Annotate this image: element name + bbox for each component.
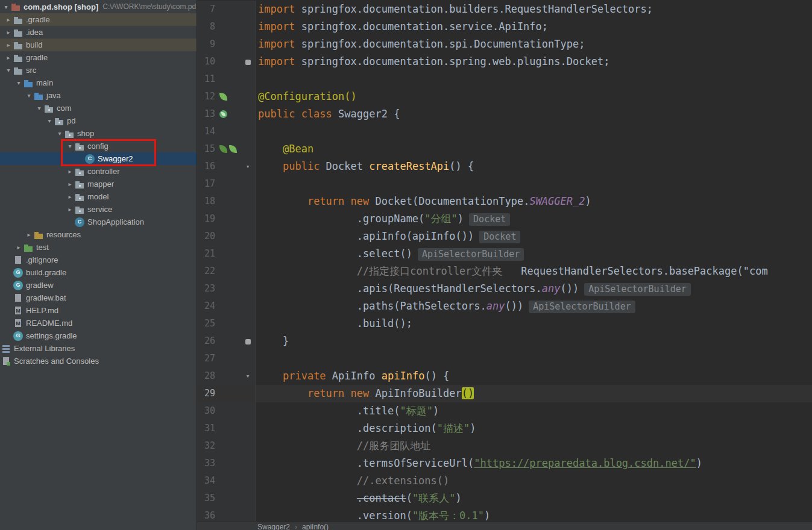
tree-item-build-gradle[interactable]: Gbuild.gradle	[0, 266, 197, 279]
code-text[interactable]: .paths(PathSelectors.any())ApiSelectorBu…	[256, 298, 812, 315]
gutter[interactable]: 18	[197, 193, 256, 210]
tree-item-scratches-and-consoles[interactable]: Scratches and Consoles	[0, 355, 197, 367]
gutter[interactable]: 21	[197, 245, 256, 263]
gutter[interactable]: 28▾	[197, 367, 256, 385]
line-number[interactable]: 9	[197, 36, 215, 53]
gutter[interactable]: 29	[197, 385, 256, 402]
spring-leaf-icon[interactable]	[229, 145, 237, 153]
tree-item-swagger2[interactable]: CSwagger2	[0, 152, 197, 165]
chevron-collapsed-icon[interactable]: ▸	[4, 42, 13, 48]
gutter[interactable]: 13	[197, 105, 256, 123]
gutter[interactable]: 30	[197, 402, 256, 420]
tree-item-settings-gradle[interactable]: Gsettings.gradle	[0, 329, 197, 342]
line-number[interactable]: 20	[197, 228, 215, 245]
fold-down-icon[interactable]: ▾	[242, 367, 254, 385]
tree-item-shop[interactable]: ▾shop	[0, 127, 197, 140]
spring-leaf-dark-icon[interactable]	[219, 145, 227, 153]
tree-item-readme-md[interactable]: MREADME.md	[0, 317, 197, 329]
gutter[interactable]: 25	[197, 315, 256, 332]
chevron-expanded-icon[interactable]: ▾	[4, 67, 13, 73]
tree-item-mapper[interactable]: ▸mapper	[0, 178, 197, 190]
chevron-expanded-icon[interactable]: ▾	[24, 92, 34, 99]
line-number[interactable]: 29	[197, 385, 215, 402]
tree-item-service[interactable]: ▸service	[0, 203, 197, 216]
code-text[interactable]: .description("描述")	[256, 420, 812, 437]
gutter[interactable]: 33	[197, 455, 256, 472]
code-line-14[interactable]: 14	[197, 123, 812, 140]
code-text[interactable]: private ApiInfo apiInfo() {	[256, 367, 812, 385]
tree-item-gradle[interactable]: ▸gradle	[0, 51, 197, 64]
code-line-34[interactable]: 34 //.extensions()	[197, 472, 812, 490]
gutter[interactable]: 12	[197, 88, 256, 105]
chevron-collapsed-icon[interactable]: ▸	[65, 181, 75, 187]
chevron-expanded-icon[interactable]: ▾	[65, 143, 75, 149]
line-number[interactable]: 22	[197, 263, 215, 280]
code-line-7[interactable]: 7import springfox.documentation.builders…	[197, 1, 812, 18]
code-text[interactable]	[256, 123, 812, 140]
code-line-10[interactable]: 10import springfox.documentation.spring.…	[197, 53, 812, 70]
tree-item-build[interactable]: ▸build	[0, 39, 197, 51]
gutter[interactable]: 19	[197, 210, 256, 228]
chevron-collapsed-icon[interactable]: ▸	[65, 193, 75, 200]
tree-item-main[interactable]: ▾main	[0, 76, 197, 89]
tree-item-gradlew[interactable]: Ggradlew	[0, 279, 197, 292]
line-number[interactable]: 24	[197, 298, 215, 315]
fold-region-icon[interactable]	[245, 339, 251, 344]
chevron-expanded-icon[interactable]: ▾	[1, 4, 11, 10]
breadcrumb-item-class[interactable]: Swagger2	[257, 522, 290, 530]
gutter[interactable]: 31	[197, 420, 256, 437]
code-line-25[interactable]: 25 .build();	[197, 315, 812, 332]
code-text[interactable]: }	[256, 332, 812, 350]
chevron-collapsed-icon[interactable]: ▸	[65, 168, 75, 175]
chevron-collapsed-icon[interactable]: ▸	[4, 29, 13, 36]
tree-item-gradle[interactable]: ▸.gradle	[0, 13, 197, 26]
code-text[interactable]: @Configuration()	[256, 88, 812, 105]
chevron-expanded-icon[interactable]: ▾	[55, 130, 65, 137]
line-number[interactable]: 14	[197, 123, 215, 140]
code-text[interactable]: .build();	[256, 315, 812, 332]
line-number[interactable]: 25	[197, 315, 215, 332]
line-number[interactable]: 17	[197, 175, 215, 193]
code-text[interactable]: .select()ApiSelectorBuilder	[256, 245, 812, 263]
code-line-35[interactable]: 35 .contact("联系人")	[197, 490, 812, 507]
chevron-collapsed-icon[interactable]: ▸	[65, 206, 75, 213]
spring-leaf-icon[interactable]	[219, 93, 227, 101]
gutter[interactable]: 26	[197, 332, 256, 350]
code-text[interactable]: import springfox.documentation.spring.we…	[256, 53, 812, 70]
line-number[interactable]: 18	[197, 193, 215, 210]
code-text[interactable]	[256, 70, 812, 88]
gutter[interactable]: 11	[197, 70, 256, 88]
code-line-12[interactable]: 12@Configuration()	[197, 88, 812, 105]
code-line-32[interactable]: 32 //服务团队地址	[197, 437, 812, 455]
code-text[interactable]: @Bean	[256, 140, 812, 158]
code-text[interactable]: return new ApiInfoBuilder()	[256, 385, 812, 402]
code-text[interactable]: public class Swagger2 {	[256, 105, 812, 123]
line-number[interactable]: 13	[197, 105, 215, 123]
code-text[interactable]: import springfox.documentation.spi.Docum…	[256, 36, 812, 53]
line-number[interactable]: 34	[197, 472, 215, 490]
code-line-31[interactable]: 31 .description("描述")	[197, 420, 812, 437]
code-text[interactable]: //指定接口controller文件夹 RequestHandlerSelect…	[256, 263, 812, 280]
code-text[interactable]: public Docket createRestApi() {	[256, 158, 812, 175]
gutter[interactable]: 24	[197, 298, 256, 315]
code-line-24[interactable]: 24 .paths(PathSelectors.any())ApiSelecto…	[197, 298, 812, 315]
code-line-29[interactable]: 29 return new ApiInfoBuilder()	[197, 385, 812, 402]
code-line-21[interactable]: 21 .select()ApiSelectorBuilder	[197, 245, 812, 263]
code-text[interactable]: .groupName("分组")Docket	[256, 210, 812, 228]
code-area[interactable]: 7import springfox.documentation.builders…	[197, 0, 812, 525]
editor-pane[interactable]: 7import springfox.documentation.builders…	[197, 0, 812, 530]
gutter[interactable]: 10	[197, 53, 256, 70]
code-line-18[interactable]: 18 return new Docket(DocumentationType.S…	[197, 193, 812, 210]
code-text[interactable]: .apis(RequestHandlerSelectors.any())ApiS…	[256, 280, 812, 298]
line-number[interactable]: 12	[197, 88, 215, 105]
code-text[interactable]: .termsOfServiceUrl("https://preparedata.…	[256, 455, 812, 472]
code-text[interactable]: .apiInfo(apiInfo())Docket	[256, 228, 812, 245]
tree-item-controller[interactable]: ▸controller	[0, 165, 197, 178]
line-number[interactable]: 7	[197, 1, 215, 18]
code-line-17[interactable]: 17	[197, 175, 812, 193]
tree-item-project-root[interactable]: ▾ com.pd.shop [shop] C:\AWORK\me\study\c…	[0, 0, 197, 13]
tree-item-idea[interactable]: ▸.idea	[0, 26, 197, 39]
code-line-11[interactable]: 11	[197, 70, 812, 88]
line-number[interactable]: 28	[197, 367, 215, 385]
gutter[interactable]: 15	[197, 140, 256, 158]
